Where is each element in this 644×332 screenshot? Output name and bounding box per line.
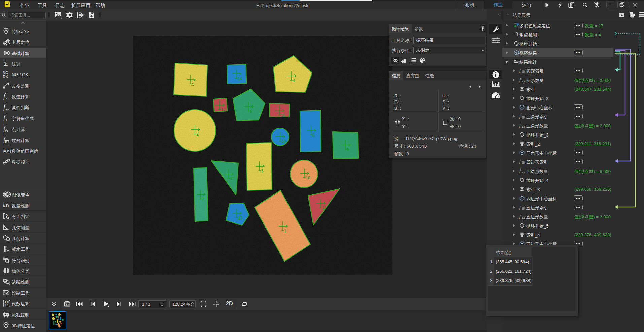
svg-text:14: 14 (238, 76, 242, 81)
svg-text:10: 10 (306, 176, 310, 180)
svg-text:1.1: 1.1 (6, 97, 10, 100)
svg-text:4: 4 (293, 78, 295, 83)
svg-text:17: 17 (221, 108, 226, 112)
svg-text:16: 16 (281, 139, 286, 144)
svg-text:8: 8 (250, 109, 252, 114)
svg-text:6: 6 (312, 133, 315, 138)
svg-text:15: 15 (281, 113, 285, 118)
svg-text:1,1: 1,1 (6, 141, 9, 143)
svg-text:1: 1 (284, 229, 286, 233)
svg-text:OK: OK (3, 74, 8, 78)
svg-text:x: x (5, 108, 7, 111)
svg-text:12: 12 (230, 176, 235, 181)
svg-text:5: 5 (192, 82, 194, 87)
svg-text:0 1: 0 1 (5, 303, 9, 307)
svg-text:?: ? (5, 213, 8, 219)
svg-text:3: 3 (261, 169, 263, 173)
svg-text:11: 11 (322, 206, 326, 210)
svg-text:7: 7 (202, 197, 204, 202)
svg-text:ID: ID (3, 257, 5, 259)
svg-text:T: T (6, 118, 8, 121)
svg-text:9: 9 (347, 147, 349, 152)
svg-text:13: 13 (238, 216, 243, 220)
svg-text:Σ: Σ (4, 60, 8, 67)
svg-text:[a,b]: [a,b] (3, 149, 11, 153)
svg-text:#n: #n (3, 203, 9, 208)
svg-text:2: 2 (196, 132, 199, 137)
